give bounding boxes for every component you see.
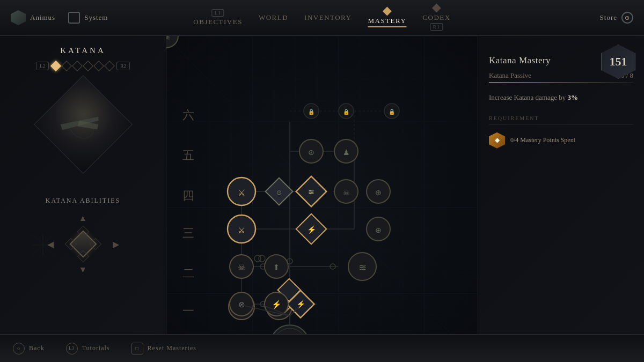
svg-text:🔒: 🔒 [308,108,315,115]
node-row1-col2: ⚡ [265,292,288,316]
node-row5-col4: ♟ [334,139,358,163]
svg-text:一: 一 [182,304,194,317]
mastery-points-badge: 151 [601,45,635,79]
skill-dot-2 [61,61,72,71]
requirement-item: ◆ 0/4 Mastery Points Spent [489,132,633,149]
skill-nav: ▲ ◀ ▶ ▼ [47,213,119,275]
requirement-label: REQUIREMENT [489,115,633,121]
weapon-title: KATANA [60,46,105,55]
req-icon-inner: ◆ [495,136,500,144]
nav-up-arrow[interactable]: ▲ [79,213,87,223]
svg-text:二: 二 [182,267,194,280]
inventory-label: Inventory [304,13,352,22]
description-section: Increase Katana damage by 3% [489,92,633,104]
svg-text:≋: ≋ [358,262,367,273]
top-navigation: Animus System L1 Objectives World Invent… [0,0,644,36]
nav-left-group: Animus System [11,10,108,25]
mastery-bar [489,82,633,83]
nav-right-arrow[interactable]: ▶ [113,239,119,249]
katana-title: KATANA [60,46,105,55]
node-row4-col4: ☠ [334,180,358,203]
l2-button[interactable]: L2 [36,62,49,70]
node-row2-col1: ☠ [230,255,253,278]
skill-nav-row: ◀ ▶ [47,225,119,263]
l1-hint: L1 [212,9,224,17]
svg-text:⊕: ⊕ [375,189,382,197]
svg-text:六: 六 [182,108,194,122]
node-row6-col4-locked: 🔒 [339,104,354,119]
tab-mastery[interactable]: Mastery [368,8,406,27]
r2-button[interactable]: R2 [116,62,130,70]
skill-dot-1 [50,61,61,71]
reset-button-icon: □ [131,343,143,354]
animus-nav-item[interactable]: Animus [11,10,55,25]
back-action[interactable]: ○ Back [13,343,45,354]
tree-background-svg: 六 五 四 三 二 一 ✕ ⚡ ⚡ ⊗ ⚡ [166,36,478,362]
world-label: World [259,13,288,22]
ability-image-inner [34,76,131,173]
nav-center-tabs: L1 Objectives World Inventory Mastery Co… [193,5,450,31]
svg-text:三: 三 [182,226,194,240]
grid-decoration [32,234,54,258]
node-row2-col4: ≋ [348,253,376,280]
mastery-points-value: 151 [610,55,627,69]
mastery-points-container: 151 [601,45,635,79]
tab-objectives[interactable]: L1 Objectives [193,9,243,26]
description-text: Increase Katana damage by 3% [489,93,578,101]
nav-down-arrow[interactable]: ▼ [79,265,87,275]
mastery-tree-area: 六 五 四 三 二 一 ✕ ⚡ ⚡ ⊗ ⚡ [166,36,478,362]
store-icon[interactable]: ⊕ [621,12,633,24]
left-panel: KATANA L2 R2 Katana Abilities ▲ ◀ [0,36,166,362]
svg-text:⚡: ⚡ [307,225,317,234]
codex-label: Codex [422,13,450,22]
req-icon: ◆ [489,132,505,149]
skill-dot-3 [72,61,83,71]
svg-text:☠: ☠ [343,189,350,197]
skill-dot-5 [93,61,104,71]
svg-text:四: 四 [182,189,194,202]
svg-text:☠: ☠ [166,36,170,41]
svg-text:⚔: ⚔ [238,226,245,235]
tab-inventory[interactable]: Inventory [304,13,352,22]
skill-center [64,225,102,263]
desc-prefix: Increase Katana damage by [489,93,568,101]
node-row6-col3-locked: 🔒 [304,104,319,119]
node-row3-col5: ⊕ [367,217,390,241]
system-nav-item[interactable]: System [68,12,108,24]
requirement-divider [489,124,633,125]
svg-text:≋: ≋ [308,188,314,196]
back-button-icon: ○ [13,343,25,354]
tutorials-label: Tutorials [82,344,110,352]
ability-image [34,75,133,174]
requirement-text: 0/4 Mastery Points Spent [510,136,575,144]
node-row1-col1: ⊗ [230,292,253,316]
bottom-bar: ○ Back L3 Tutorials □ Reset Masteries [0,334,644,362]
mastery-diamond-icon [383,7,392,16]
animus-icon [11,10,26,25]
svg-text:♟: ♟ [343,149,350,157]
reset-label: Reset Masteries [148,344,196,352]
svg-text:⊕: ⊕ [375,226,382,234]
svg-text:五: 五 [182,149,194,162]
nav-right-group: Store ⊕ [600,12,633,24]
skill-dot-4 [83,61,93,71]
svg-text:🔒: 🔒 [343,108,350,115]
right-panel: 151 Katana Mastery Katana Passive 0 / 8 … [478,36,644,362]
store-label: Store [600,13,617,22]
svg-text:⊗: ⊗ [238,300,245,309]
back-label: Back [29,344,45,352]
desc-value: 3% [568,93,579,101]
tutorials-action[interactable]: L3 Tutorials [66,343,110,354]
svg-text:⊙: ⊙ [276,189,282,196]
svg-text:☠: ☠ [238,263,245,272]
reset-action[interactable]: □ Reset Masteries [131,343,196,354]
svg-text:🔒: 🔒 [389,108,396,115]
node-row3-col1-active: ⚔ [228,215,255,243]
svg-text:⚡: ⚡ [296,300,306,309]
tab-codex[interactable]: Codex R1 [422,5,450,31]
svg-text:⬆: ⬆ [273,263,280,271]
tab-world[interactable]: World [259,13,288,22]
passive-label: Katana Passive [489,71,531,80]
system-label: System [84,13,108,22]
skill-dots-row: L2 R2 [36,62,130,70]
